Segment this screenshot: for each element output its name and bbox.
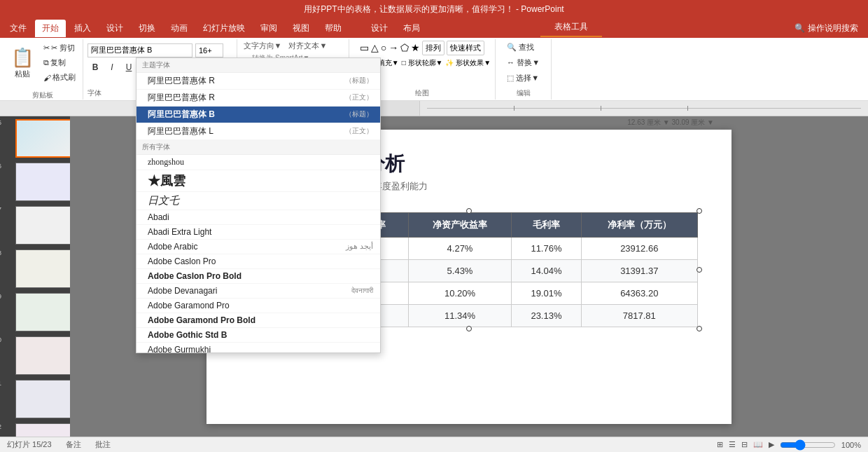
theme-fonts-label: 主题字体 [136,58,380,73]
font-item-adobe-arabic[interactable]: Adobe Arabic أيجد هوز [136,240,380,254]
table-cell: 19.01% [512,282,581,304]
copy-button[interactable]: ⧉ 复制 [41,56,78,69]
shape-pentagon[interactable]: ⬠ [400,42,409,53]
slide-thumb-18[interactable] [15,249,70,288]
tab-view[interactable]: 视图 [286,20,316,37]
select-button[interactable]: ⬚ 选择▼ [504,71,542,85]
arrange-button[interactable]: 排列 [422,41,444,55]
comments-button[interactable]: 批注 [95,439,111,450]
table-cell: 11.34% [408,304,512,327]
zoom-slider[interactable] [780,439,836,451]
cut-button[interactable]: ✂ ✂ 剪切 [41,41,78,55]
slide-thumb-20[interactable] [15,336,70,375]
text-direction-label: 文字方向▼ [244,41,282,51]
handle-tm[interactable] [466,208,472,214]
title-bar: 用好PPT中的表格，让数据展示的更加清晰，值得学习！ - PowerPoint [0,0,868,18]
view-outline[interactable]: ☰ [729,440,736,449]
zoom-level: 100% [841,441,861,449]
underline-button[interactable]: U [121,60,136,75]
tab-help[interactable]: 帮助 [318,20,349,37]
shape-star[interactable]: ★ [411,42,420,53]
font-item-adobe-caslon-bold[interactable]: Adobe Caslon Pro Bold [136,269,380,284]
paste-button[interactable]: 📋 粘贴 [7,39,38,88]
editing-label: 编辑 [517,87,531,98]
slide-thumb-16[interactable] [15,163,70,201]
font-item-abadi-extralight[interactable]: Abadi Extra Light [136,225,380,240]
shape-triangle[interactable]: △ [371,42,379,53]
clipboard-group: 📋 粘贴 ✂ ✂ 剪切 ⧉ 复制 🖌 格式刷 剪贴板 [3,39,83,100]
shape-rect[interactable]: ▭ [360,42,369,53]
handle-mr[interactable] [696,267,702,273]
font-item-adobe-gothic[interactable]: Adobe Gothic Std B [136,328,380,343]
font-item-adobe-garamond[interactable]: Adobe Garamond Pro [136,299,380,313]
font-name-input[interactable] [88,43,192,57]
replace-button[interactable]: ↔ 替换▼ [504,56,542,69]
tab-animations[interactable]: 动画 [164,20,195,37]
handle-bm[interactable] [466,326,472,331]
tab-transitions[interactable]: 切换 [132,20,162,37]
handle-br[interactable] [696,326,702,331]
shape-effect-button[interactable]: ✨ 形状效果▼ [445,58,491,68]
italic-button[interactable]: I [104,60,120,75]
search-icon-area[interactable]: 🔍 操作说明搜索 [788,22,865,34]
tab-slideshow[interactable]: 幻灯片放映 [196,20,252,37]
slide-thumb-19[interactable] [15,293,70,331]
slide-thumb-container: 22 [3,423,67,437]
slide-thumb-container: 18 [3,249,67,288]
ribbon-content: 📋 粘贴 ✂ ✂ 剪切 ⧉ 复制 🖌 格式刷 剪贴板 [0,38,868,101]
font-item[interactable]: 阿里巴巴普惠体 R （标题） [136,73,380,90]
shape-arrow-right[interactable]: → [388,42,398,53]
font-item-fengyun[interactable]: ★風雲 [136,170,380,192]
handle-tr[interactable] [696,208,702,214]
align-text-label: 对齐文本▼ [288,41,327,51]
font-item-adobe-garamond-bold[interactable]: Adobe Garamond Pro Bold [136,313,380,328]
tab-home[interactable]: 开始 [35,20,66,37]
tab-file[interactable]: 文件 [3,20,34,37]
font-item-adobe-devanagari[interactable]: Adobe Devanagari देवनागारी [136,284,380,299]
tab-design[interactable]: 设计 [99,20,130,37]
font-item-zhongshou[interactable]: zhongshou [136,155,380,170]
font-size-input[interactable] [195,43,223,57]
font-item-selected[interactable]: 阿里巴巴普惠体 B （标题） [136,107,380,123]
view-reading[interactable]: 📖 [753,440,763,449]
drawing-label: 绘图 [415,87,429,98]
title-text: 用好PPT中的表格，让数据展示的更加清晰，值得学习！ - PowerPoint [304,4,564,15]
format-painter-button[interactable]: 🖌 格式刷 [41,71,78,84]
font-dropdown[interactable]: 主题字体 阿里巴巴普惠体 R （标题） 阿里巴巴普惠体 R （正文） 阿里巴巴普… [136,57,381,353]
shape-outline-button[interactable]: □ 形状轮廓▼ [402,58,443,68]
table-tools-label: 表格工具 [540,18,602,37]
font-item[interactable]: 阿里巴巴普惠体 R （正文） [136,90,380,107]
slide-thumb-21[interactable] [15,380,70,418]
table-cell: 10.20% [408,282,512,304]
shape-circle[interactable]: ○ [381,42,386,53]
slide-count: 幻灯片 15/23 [7,439,52,450]
view-slideshow[interactable]: ▶ [769,440,774,449]
dimension-display: 12.63 厘米 ▼ 30.09 厘米 ▼ [627,118,714,128]
quick-styles-button[interactable]: 快速样式 [447,41,484,55]
tab-layout[interactable]: 布局 [396,20,427,37]
notes-button[interactable]: 备注 [66,439,81,450]
font-item-abadi[interactable]: Abadi [136,210,380,225]
view-normal[interactable]: ⊞ [717,440,723,449]
view-slide-sorter[interactable]: ⊟ [741,440,748,449]
tab-insert[interactable]: 插入 [67,20,98,37]
ribbon-tabs: 表格工具 文件 开始 插入 设计 切换 动画 幻灯片放映 审阅 视图 帮助 设计… [0,18,868,38]
slide-thumb-22[interactable] [15,423,70,437]
font-list: 主题字体 阿里巴巴普惠体 R （标题） 阿里巴巴普惠体 R （正文） 阿里巴巴普… [136,58,380,352]
find-button[interactable]: 🔍 查找 [504,41,542,54]
format-painter-icon: 🖌 [43,74,51,82]
tab-design2[interactable]: 设计 [364,20,395,37]
font-item[interactable]: 阿里巴巴普惠体 L （正文） [136,123,380,140]
tab-review[interactable]: 审阅 [253,20,284,37]
font-item-adobe-gurmukhi[interactable]: Adobe Gurmukhi [136,343,380,352]
slide-thumb-17[interactable] [15,206,70,245]
slide-thumb-container: 19 [3,293,67,331]
slide-thumb-15[interactable] [15,119,70,158]
slide-panel: 15 16 17 18 19 [0,116,70,437]
font-item-adobe-caslon[interactable]: Adobe Caslon Pro [136,254,380,269]
font-item-rizhi[interactable]: 日文乇 [136,192,380,210]
bold-button[interactable]: B [88,60,103,75]
slide-thumb-container: 17 [3,206,67,245]
table-cell: 64363.20 [581,282,697,304]
cut-icon: ✂ [43,43,50,53]
